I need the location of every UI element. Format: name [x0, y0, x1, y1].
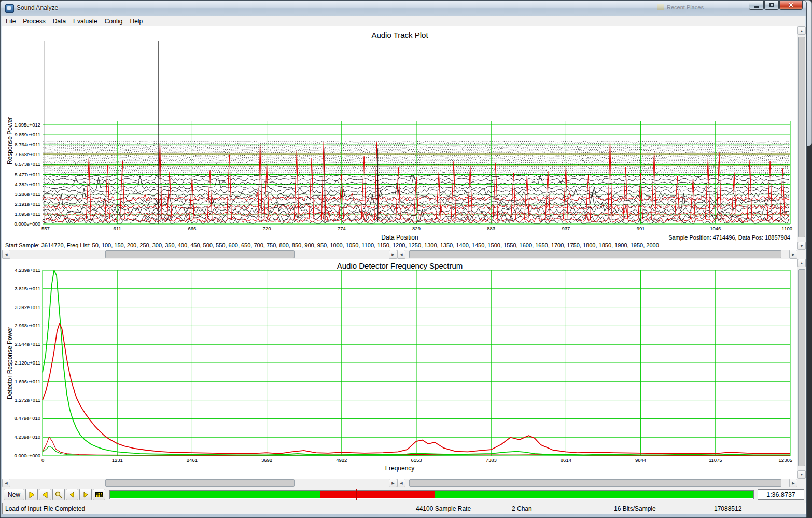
track-plot-canvas[interactable]: 0.000e+0001.095e+0112.191e+0113.286e+011… [2, 26, 797, 250]
svg-text:1.696e+011: 1.696e+011 [15, 379, 40, 384]
status-bits-per-sample: 16 Bits/Sample [611, 503, 709, 514]
menu-data[interactable]: Data [49, 17, 69, 26]
menu-file[interactable]: File [2, 17, 19, 26]
svg-text:937: 937 [562, 226, 570, 231]
scroll-right-arrow[interactable]: ▶ [389, 479, 397, 487]
svg-text:2.191e+011: 2.191e+011 [15, 201, 40, 207]
arrow-left-icon [68, 491, 76, 499]
app-window: Sound Analyze Recent Places ✕ File Proce… [0, 0, 807, 518]
scroll-left-arrow[interactable]: ◀ [2, 479, 10, 487]
svg-text:1100: 1100 [782, 226, 792, 231]
scroll-down-arrow[interactable]: ▼ [797, 470, 806, 479]
app-icon [5, 4, 14, 13]
minimize-button[interactable] [749, 1, 764, 10]
background-window-label: Recent Places [667, 4, 704, 10]
svg-text:6153: 6153 [411, 457, 422, 463]
svg-text:774: 774 [338, 226, 346, 231]
hscroll-thumb[interactable] [105, 479, 295, 487]
grid-view-button[interactable] [93, 489, 105, 500]
track-plot-hscrollbar-left[interactable]: ◀ ▶ [2, 250, 397, 259]
back-button[interactable] [39, 489, 51, 500]
svg-text:2.544e+011: 2.544e+011 [15, 341, 40, 347]
arrow-left-icon [41, 491, 49, 499]
maximize-button[interactable] [764, 1, 779, 10]
step-left-button[interactable] [66, 489, 78, 500]
svg-text:3.286e+011: 3.286e+011 [15, 191, 40, 197]
playback-progress-bar[interactable] [109, 490, 754, 499]
scroll-up-arrow[interactable]: ▲ [797, 259, 806, 267]
vscroll-thumb[interactable] [798, 269, 805, 466]
spectrum-hscrollbar-right[interactable]: ◀ ▶ [397, 479, 797, 487]
menu-help[interactable]: Help [127, 17, 147, 26]
hscroll-track[interactable] [405, 250, 789, 259]
play-button[interactable] [25, 489, 38, 500]
scroll-left-arrow[interactable]: ◀ [397, 479, 405, 487]
titlebar[interactable]: Sound Analyze Recent Places ✕ [1, 1, 806, 16]
scroll-down-arrow[interactable]: ▼ [797, 242, 806, 250]
spectrum-hscrollbar-left[interactable]: ◀ ▶ [2, 479, 397, 487]
step-right-button[interactable] [79, 489, 92, 500]
vscroll-track[interactable] [797, 35, 806, 242]
progress-selection [320, 491, 435, 498]
hscroll-track[interactable] [10, 250, 389, 259]
menubar: File Process Data Evaluate Config Help [2, 16, 805, 27]
progress-cursor[interactable] [356, 489, 357, 500]
svg-text:0: 0 [41, 457, 44, 463]
track-plot-xlabel: Data Position [381, 234, 418, 241]
svg-text:1.095e+012: 1.095e+012 [15, 122, 40, 128]
scroll-left-arrow[interactable]: ◀ [397, 250, 405, 259]
hscroll-thumb[interactable] [409, 250, 781, 258]
spectrum-pane: 0.000e+0004.239e+0108.479e+0101.272e+011… [2, 259, 797, 479]
scroll-right-arrow[interactable]: ▶ [789, 479, 797, 487]
vscroll-track[interactable] [797, 267, 806, 470]
hscroll-thumb[interactable] [409, 479, 781, 487]
svg-text:3.392e+011: 3.392e+011 [15, 304, 40, 310]
background-window-glimpse: Recent Places [657, 4, 704, 10]
spectrum-xlabel: Frequency [385, 465, 415, 472]
hscroll-track[interactable] [405, 479, 789, 487]
spectrum-ylabel: Detector Response Power [6, 290, 13, 436]
status-message: Load of Input File Completed [2, 503, 411, 514]
track-plot-hscrollbar-right[interactable]: ◀ ▶ [397, 250, 797, 259]
svg-text:4922: 4922 [336, 457, 347, 463]
status-sample-rate: 44100 Sample Rate [413, 503, 507, 514]
grid-icon [95, 491, 103, 499]
svg-text:3.815e+011: 3.815e+011 [15, 286, 40, 291]
scroll-up-arrow[interactable]: ▲ [797, 26, 806, 35]
hscroll-track[interactable] [10, 479, 389, 487]
svg-text:829: 829 [412, 226, 421, 231]
svg-text:0.000e+000: 0.000e+000 [15, 221, 40, 227]
scroll-right-arrow[interactable]: ▶ [389, 250, 397, 259]
scroll-corner [797, 250, 806, 259]
svg-text:9844: 9844 [635, 457, 646, 463]
zoom-button[interactable] [52, 489, 65, 500]
spectrum-vscrollbar[interactable]: ▲ ▼ [797, 259, 806, 479]
close-button[interactable]: ✕ [779, 1, 803, 10]
svg-text:8614: 8614 [561, 457, 571, 463]
svg-text:6.573e+011: 6.573e+011 [15, 161, 40, 167]
vscroll-thumb[interactable] [798, 37, 805, 237]
maximize-icon [769, 3, 774, 7]
track-plot-title: Audio Track Plot [2, 31, 797, 39]
spectrum-canvas[interactable]: 0.000e+0004.239e+0108.479e+0101.272e+011… [2, 259, 797, 479]
track-plot-vscrollbar[interactable]: ▲ ▼ [797, 26, 806, 250]
svg-text:1.095e+011: 1.095e+011 [15, 211, 40, 217]
svg-text:1.272e+011: 1.272e+011 [15, 397, 40, 403]
svg-text:3692: 3692 [261, 457, 272, 463]
play-icon [27, 491, 36, 499]
hscroll-thumb[interactable] [105, 250, 295, 258]
new-button[interactable]: New [4, 489, 24, 500]
scroll-right-arrow[interactable]: ▶ [789, 250, 797, 259]
svg-text:11075: 11075 [709, 457, 722, 463]
svg-text:4.382e+011: 4.382e+011 [15, 181, 40, 187]
client-area: 0.000e+0001.095e+0112.191e+0113.286e+011… [2, 26, 805, 513]
arrow-right-icon [81, 491, 90, 499]
scroll-left-arrow[interactable]: ◀ [2, 250, 10, 259]
menu-process[interactable]: Process [19, 17, 49, 26]
status-channels: 2 Chan [509, 503, 609, 514]
svg-text:557: 557 [41, 226, 50, 231]
menu-config[interactable]: Config [101, 17, 127, 26]
scroll-corner [797, 479, 806, 487]
menu-evaluate[interactable]: Evaluate [69, 17, 101, 26]
svg-text:12305: 12305 [779, 457, 792, 463]
